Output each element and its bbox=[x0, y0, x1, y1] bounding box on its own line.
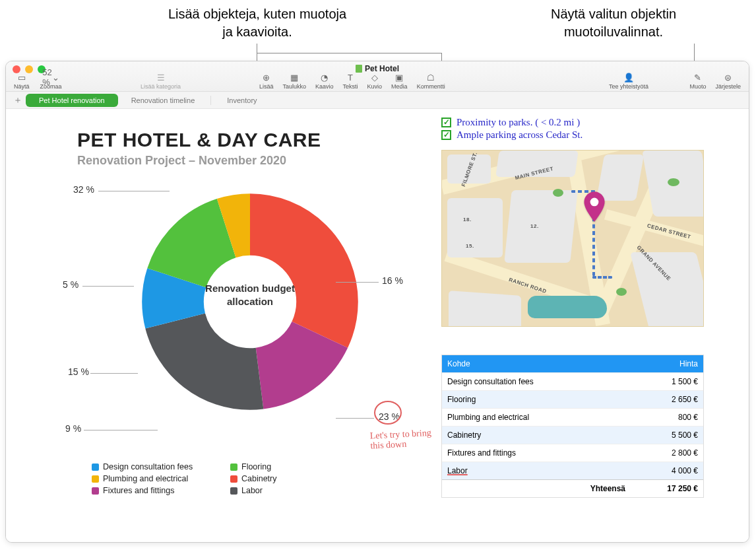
view-button[interactable]: ▭Näytä bbox=[11, 73, 32, 90]
slice-label-5: 5 % bbox=[63, 279, 79, 290]
slice-label-15: 15 % bbox=[68, 366, 89, 377]
checkbox-icon: ✓ bbox=[441, 130, 451, 140]
slice-label-32: 32 % bbox=[73, 184, 94, 195]
table-row[interactable]: Cabinetry5 500 € bbox=[442, 426, 703, 444]
table-total-row: Yhteensä17 250 € bbox=[442, 479, 703, 497]
sheet-canvas[interactable]: PET HOTEL & DAY CARE Renovation Project … bbox=[6, 109, 749, 542]
slice-label-9: 9 % bbox=[65, 423, 81, 434]
collaborate-button[interactable]: 👤Tee yhteistyötä bbox=[606, 73, 651, 90]
table-header: Kohde Hinta bbox=[442, 355, 703, 372]
table-row[interactable]: Plumbing and electrical800 € bbox=[442, 408, 703, 426]
chart-button[interactable]: ◔Kaavio bbox=[313, 73, 336, 90]
slice-label-16: 16 % bbox=[382, 275, 403, 286]
page-title: PET HOTEL & DAY CARE bbox=[77, 129, 321, 151]
hand-note-annotation: Let's try to bring this down bbox=[369, 427, 436, 451]
donut-chart[interactable]: Renovation budget allocation 32 % 16 % 5… bbox=[46, 175, 415, 452]
hand-circle-annotation bbox=[374, 401, 402, 425]
table-button[interactable]: ▦Taulukko bbox=[280, 73, 309, 90]
callout-insert-objects: Lisää objekteja, kuten muotoja ja kaavio… bbox=[165, 5, 350, 41]
table-row[interactable]: Fixtures and fittings2 800 € bbox=[442, 444, 703, 462]
add-category-button[interactable]: ☰Lisää kategoria bbox=[138, 73, 183, 90]
shape-button[interactable]: ◇Kuvio bbox=[365, 73, 385, 90]
text-button[interactable]: TTeksti bbox=[340, 73, 361, 90]
zoom-button[interactable]: 52 % ⌄Zoomaa bbox=[38, 73, 65, 90]
table-row[interactable]: Labor4 000 € bbox=[442, 462, 703, 479]
titlebar: Pet Hotel ▭Näytä 52 % ⌄Zoomaa ☰Lisää kat… bbox=[6, 61, 749, 92]
annotation-callouts: Lisää objekteja, kuten muotoja ja kaavio… bbox=[0, 0, 756, 59]
arrange-button[interactable]: ⊜Järjestele bbox=[712, 73, 743, 90]
donut-center-label: Renovation budget allocation bbox=[201, 282, 299, 308]
budget-table[interactable]: Kohde Hinta Design consultation fees1 50… bbox=[441, 355, 704, 498]
th-item: Kohde bbox=[442, 355, 631, 372]
chart-legend: Design consultation fees Flooring Plumbi… bbox=[92, 462, 336, 495]
tab-inventory[interactable]: Inventory bbox=[214, 94, 270, 107]
page-subtitle: Renovation Project – November 2020 bbox=[77, 154, 286, 168]
document-title-text: Pet Hotel bbox=[365, 64, 399, 73]
document-icon bbox=[356, 65, 362, 73]
app-window: Pet Hotel ▭Näytä 52 % ⌄Zoomaa ☰Lisää kat… bbox=[5, 61, 749, 543]
comment-button[interactable]: ☖Kommentti bbox=[414, 73, 448, 90]
add-sheet-button[interactable]: ＋ bbox=[10, 94, 26, 106]
map-pin-icon bbox=[583, 191, 606, 224]
insert-button[interactable]: ⊕Lisää bbox=[257, 73, 276, 90]
checkbox-icon: ✓ bbox=[441, 118, 451, 127]
sheet-tabs: ＋ Pet Hotel renovation Renovation timeli… bbox=[6, 92, 749, 109]
handwritten-checklist: ✓Proximity to parks. ( < 0.2 mi ) ✓Ample… bbox=[441, 117, 583, 142]
tab-renovation-timeline[interactable]: Renovation timeline bbox=[118, 94, 208, 107]
callout-format-options: Näytä valitun objektin muotoiluvalinnat. bbox=[528, 5, 699, 41]
location-map[interactable]: FILMORE ST. MAIN STREET RANCH ROAD GRAND… bbox=[441, 150, 704, 327]
format-button[interactable]: ✎Muoto bbox=[687, 73, 709, 90]
table-row[interactable]: Flooring2 650 € bbox=[442, 390, 703, 408]
th-price: Hinta bbox=[631, 355, 703, 372]
table-row[interactable]: Design consultation fees1 500 € bbox=[442, 372, 703, 390]
media-button[interactable]: ▣Media bbox=[389, 73, 410, 90]
svg-point-6 bbox=[590, 198, 599, 207]
tab-pet-hotel-renovation[interactable]: Pet Hotel renovation bbox=[26, 94, 118, 107]
